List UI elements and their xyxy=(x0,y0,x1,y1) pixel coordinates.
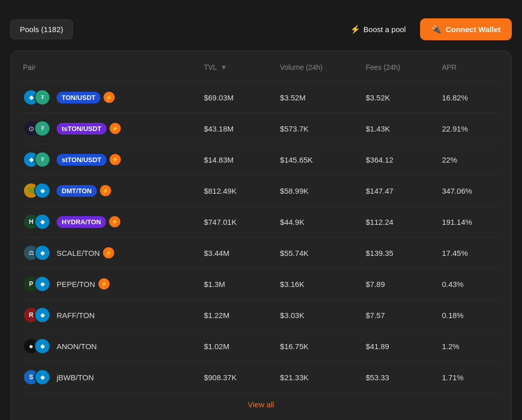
pair-cell: ● ◆ ANON/TON xyxy=(23,331,204,362)
token-icons: ⚖ ◆ xyxy=(23,245,50,261)
pair-badge: stTON/USDT xyxy=(57,154,107,166)
token-icon-2: ◆ xyxy=(34,369,50,385)
connect-wallet-button[interactable]: 🔌 Connect Wallet xyxy=(420,18,512,40)
fees-cell: $147.47 xyxy=(366,175,441,206)
pair-cell: R ◆ RAFF/TON xyxy=(23,300,204,331)
apr-cell: 191.14% xyxy=(442,206,499,238)
token-icon-2: ◆ xyxy=(34,245,50,261)
header-right: ⚡ Boost a pool 🔌 Connect Wallet xyxy=(344,18,512,40)
apr-cell: 1.2% xyxy=(442,331,499,362)
fees-cell: $139.35 xyxy=(366,238,441,269)
volume-cell: $58.99K xyxy=(280,175,366,206)
pair-text: ANON/TON xyxy=(57,342,97,351)
col-header-fees: Fees (24h) xyxy=(366,63,441,82)
sort-arrow-icon: ▼ xyxy=(220,63,227,71)
table-row[interactable]: P ◆ PEPE/TON⚡$1.3M $3.16K $7.89 0.43% xyxy=(23,269,499,300)
apr-cell: 347.06% xyxy=(442,175,499,206)
pair-label: DMT/TON⚡ xyxy=(57,185,111,197)
pair-text: SCALE/TON xyxy=(57,249,100,257)
token-icons: ◆ ₮ xyxy=(23,151,50,168)
boost-badge: ⚡ xyxy=(103,92,115,103)
fees-cell: $41.89 xyxy=(366,331,441,362)
view-all-row: View all xyxy=(23,393,499,416)
tvl-cell: $1.02M xyxy=(204,331,280,362)
token-icons: H ◆ xyxy=(23,214,50,230)
pair-cell: S ◆ jBWB/TON xyxy=(23,362,204,393)
apr-cell: 0.18% xyxy=(442,300,499,331)
pair-text: PEPE/TON xyxy=(57,280,95,288)
pair-badge: TON/USDT xyxy=(57,92,100,103)
pool-table: Pair TVL ▼ Volume (24h) Fees (24h) APR ◆ xyxy=(23,63,499,416)
table-row[interactable]: H ◆ HYDRA/TON⚡$747.01K $44.9K $112.24 19… xyxy=(23,206,499,238)
col-header-tvl[interactable]: TVL ▼ xyxy=(204,63,280,82)
pair-label: jBWB/TON xyxy=(57,373,94,382)
pair-cell: ⚖ ◆ SCALE/TON⚡ xyxy=(23,238,204,269)
table-row[interactable]: ◆ ₮ stTON/USDT⚡$14.83M $145.65K $364.12 … xyxy=(23,144,499,175)
token-icon-2: ◆ xyxy=(34,214,50,230)
col-header-volume: Volume (24h) xyxy=(280,63,366,82)
token-icon-2: ◆ xyxy=(34,182,50,199)
table-row[interactable]: ⚖ ◆ SCALE/TON⚡$3.44M $55.74K $139.35 17.… xyxy=(23,238,499,269)
fees-cell: $364.12 xyxy=(366,144,441,175)
pair-label: ANON/TON xyxy=(57,342,97,351)
boost-badge: ⚡ xyxy=(110,123,121,134)
pair-cell: P ◆ PEPE/TON⚡ xyxy=(23,269,204,300)
wallet-icon: 🔌 xyxy=(431,24,441,34)
apr-cell: 22% xyxy=(442,144,499,175)
token-icons: ◆ ₮ xyxy=(23,89,50,106)
token-icons: ⊙ ₮ xyxy=(23,120,50,137)
col-header-pair: Pair xyxy=(23,63,204,82)
pair-text: RAFF/TON xyxy=(57,311,95,320)
boost-badge: ⚡ xyxy=(109,216,120,227)
volume-cell: $16.75K xyxy=(280,331,366,362)
table-row[interactable]: ◆ ₮ TON/USDT⚡$69.03M $3.52M $3.52K 16.82… xyxy=(23,82,499,113)
pair-label: HYDRA/TON⚡ xyxy=(57,216,120,228)
token-icon-2: ◆ xyxy=(34,276,50,292)
pair-cell: 🌿 ◆ DMT/TON⚡ xyxy=(23,175,204,206)
token-icons: S ◆ xyxy=(23,369,50,385)
pair-label: TON/USDT⚡ xyxy=(57,92,115,103)
boost-pool-button[interactable]: ⚡ Boost a pool xyxy=(344,20,412,38)
token-icon-2: ₮ xyxy=(34,89,50,106)
pair-cell: ◆ ₮ stTON/USDT⚡ xyxy=(23,144,204,175)
pair-label: PEPE/TON⚡ xyxy=(57,278,110,290)
table-row[interactable]: ⊙ ₮ tsTON/USDT⚡$43.18M $573.7K $1.43K 22… xyxy=(23,113,499,144)
table-row[interactable]: R ◆ RAFF/TON$1.22M $3.03K $7.57 0.18% xyxy=(23,300,499,331)
pair-label: RAFF/TON xyxy=(57,311,95,320)
fees-cell: $3.52K xyxy=(366,82,441,113)
token-icons: ● ◆ xyxy=(23,338,50,354)
boost-badge: ⚡ xyxy=(98,278,110,290)
token-icon-2: ◆ xyxy=(34,338,50,354)
volume-cell: $573.7K xyxy=(280,113,366,144)
apr-cell: 16.82% xyxy=(442,82,499,113)
tvl-cell: $43.18M xyxy=(204,113,280,144)
pair-cell: ⊙ ₮ tsTON/USDT⚡ xyxy=(23,113,204,144)
view-all-link[interactable]: View all xyxy=(248,400,274,409)
tvl-cell: $1.22M xyxy=(204,300,280,331)
apr-cell: 1.71% xyxy=(442,362,499,393)
fees-cell: $7.89 xyxy=(366,269,441,300)
volume-cell: $3.52M xyxy=(280,82,366,113)
page-container: Pools (1182) ⚡ Boost a pool 🔌 Connect Wa… xyxy=(10,10,512,420)
table-row[interactable]: 🌿 ◆ DMT/TON⚡$812.49K $58.99K $147.47 347… xyxy=(23,175,499,206)
boost-icon: ⚡ xyxy=(350,24,360,34)
tvl-cell: $69.03M xyxy=(204,82,280,113)
token-icon-2: ◆ xyxy=(34,307,50,323)
header: Pools (1182) ⚡ Boost a pool 🔌 Connect Wa… xyxy=(10,10,512,50)
pair-badge: tsTON/USDT xyxy=(57,123,107,135)
volume-cell: $3.03K xyxy=(280,300,366,331)
table-row[interactable]: ● ◆ ANON/TON$1.02M $16.75K $41.89 1.2% xyxy=(23,331,499,362)
volume-cell: $145.65K xyxy=(280,144,366,175)
tvl-cell: $1.3M xyxy=(204,269,280,300)
apr-cell: 17.45% xyxy=(442,238,499,269)
boost-badge: ⚡ xyxy=(103,247,114,258)
boost-badge: ⚡ xyxy=(100,185,111,196)
connect-wallet-label: Connect Wallet xyxy=(446,25,501,34)
pair-badge: DMT/TON xyxy=(57,185,97,197)
table-row[interactable]: S ◆ jBWB/TON$908.37K $21.33K $53.33 1.71… xyxy=(23,362,499,393)
pair-label: tsTON/USDT⚡ xyxy=(57,123,121,135)
tvl-cell: $3.44M xyxy=(204,238,280,269)
token-icon-2: ₮ xyxy=(34,151,50,168)
pair-cell: H ◆ HYDRA/TON⚡ xyxy=(23,206,204,238)
token-icons: P ◆ xyxy=(23,276,50,292)
